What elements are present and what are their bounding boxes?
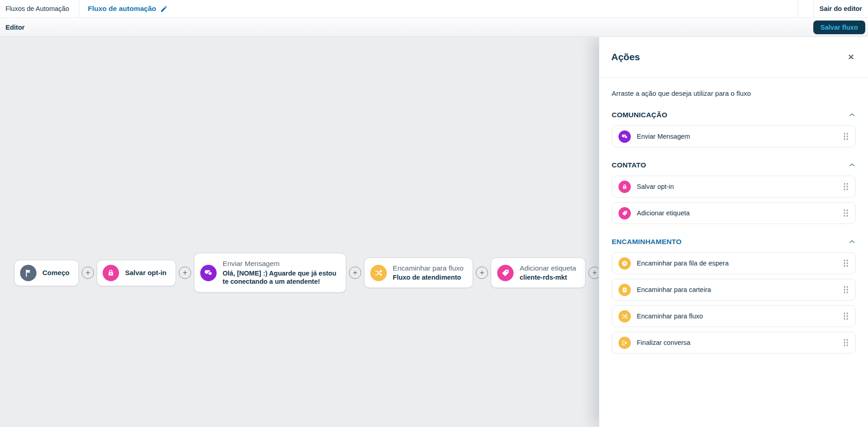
contact-card-icon	[619, 284, 631, 296]
action-item-encaminhar-fila-espera[interactable]: Encaminhar para fila de espera	[612, 252, 856, 274]
action-item-label: Adicionar etiqueta	[637, 209, 844, 217]
automation-flow-editor: Fluxos de Automação Fluxo de automação S…	[0, 0, 868, 427]
close-icon[interactable]: ✕	[848, 52, 854, 62]
flow-title-label: Fluxo de automação	[88, 5, 156, 13]
node-title: Adicionar etiqueta	[520, 265, 576, 273]
panel-section-contato: CONTATOSalvar opt-inAdicionar etiqueta	[612, 161, 856, 224]
breadcrumb-flows[interactable]: Fluxos de Automação	[0, 0, 79, 17]
action-item-enviar-mensagem[interactable]: Enviar Mensagem	[612, 125, 856, 147]
node-title: Começo	[42, 269, 69, 277]
action-item-label: Encaminhar para fila de espera	[637, 260, 844, 267]
chat-icon	[200, 265, 217, 281]
action-item-label: Salvar opt-in	[637, 183, 844, 190]
panel-section-comunicacao: COMUNICAÇÃOEnviar Mensagem	[612, 111, 856, 147]
action-item-encaminhar-carteira[interactable]: Encaminhar para carteira	[612, 279, 856, 301]
action-item-salvar-opt-in[interactable]: Salvar opt-in	[612, 176, 856, 198]
panel-header: Ações ✕	[599, 37, 868, 78]
tag-icon	[619, 207, 631, 219]
node-title: Encaminhar para fluxo	[393, 265, 463, 273]
action-sections: COMUNICAÇÃOEnviar MensagemCONTATOSalvar …	[612, 111, 856, 354]
section-label: COMUNICAÇÃO	[612, 111, 667, 119]
shuffle-icon	[370, 265, 387, 281]
panel-hint: Arraste a ação que deseja utilizar para …	[612, 89, 856, 97]
drag-handle-icon[interactable]	[844, 183, 848, 190]
lock-icon	[103, 265, 119, 281]
flow-node-encaminhar-para-fluxo[interactable]: Encaminhar para fluxoFluxo de atendiment…	[364, 258, 473, 288]
clock-icon	[619, 257, 631, 270]
flow-node-enviar-mensagem[interactable]: Enviar MensagemOlá, [NOME] :) Aguarde qu…	[194, 253, 346, 292]
panel-section-encaminhamento: ENCAMINHAMENTOEncaminhar para fila de es…	[612, 238, 856, 354]
lock-icon	[619, 181, 631, 193]
add-node-button[interactable]: +	[82, 267, 94, 279]
exit-editor-button[interactable]: Sair do editor	[814, 0, 868, 17]
drag-handle-icon[interactable]	[844, 133, 848, 140]
action-item-label: Encaminhar para fluxo	[637, 312, 844, 320]
top-bar: Fluxos de Automação Fluxo de automação S…	[0, 0, 868, 18]
chevron-up-icon[interactable]	[848, 161, 856, 169]
drag-handle-icon[interactable]	[844, 339, 848, 346]
drag-handle-icon[interactable]	[844, 312, 848, 320]
action-item-adicionar-etiqueta[interactable]: Adicionar etiqueta	[612, 202, 856, 224]
section-items: Salvar opt-inAdicionar etiqueta	[612, 176, 856, 224]
flow-row: Começo+Salvar opt-in+Enviar MensagemOlá,…	[14, 253, 601, 292]
flow-node-adicionar-etiqueta[interactable]: Adicionar etiquetacliente-rds-mkt	[491, 258, 586, 288]
editor-title: Editor	[5, 24, 25, 31]
node-title: Salvar opt-in	[125, 269, 166, 277]
tag-icon	[497, 265, 514, 281]
drag-handle-icon[interactable]	[844, 209, 848, 217]
add-node-button[interactable]: +	[476, 267, 488, 279]
node-subtitle: Olá, [NOME] :) Aguarde que já estou te c…	[223, 269, 337, 286]
node-subtitle: Fluxo de atendimento	[393, 274, 463, 281]
shuffle-icon	[619, 310, 631, 323]
section-header-encaminhamento[interactable]: ENCAMINHAMENTO	[612, 238, 856, 246]
action-item-finalizar-conversa[interactable]: Finalizar conversa	[612, 332, 856, 354]
node-subtitle: cliente-rds-mkt	[520, 274, 576, 281]
section-label: ENCAMINHAMENTO	[612, 238, 681, 246]
section-header-contato[interactable]: CONTATO	[612, 161, 856, 169]
action-item-label: Encaminhar para carteira	[637, 286, 844, 293]
logout-icon	[619, 337, 631, 349]
action-item-encaminhar-fluxo[interactable]: Encaminhar para fluxo	[612, 305, 856, 327]
chat-icon	[619, 130, 631, 143]
flow-node-comeco[interactable]: Começo	[14, 260, 79, 286]
section-label: CONTATO	[612, 161, 646, 169]
chevron-up-icon[interactable]	[848, 238, 856, 245]
action-item-label: Finalizar conversa	[637, 339, 844, 346]
flow-title[interactable]: Fluxo de automação	[79, 0, 176, 17]
action-item-label: Enviar Mensagem	[637, 133, 844, 140]
add-node-button[interactable]: +	[179, 267, 191, 279]
chevron-up-icon[interactable]	[848, 111, 856, 119]
flow-node-salvar-opt-in[interactable]: Salvar opt-in	[97, 260, 176, 286]
editor-bar: Editor Salvar fluxo	[0, 18, 868, 37]
drag-handle-icon[interactable]	[844, 286, 848, 293]
add-node-button[interactable]: +	[349, 267, 361, 279]
section-header-comunicacao[interactable]: COMUNICAÇÃO	[612, 111, 856, 119]
section-items: Encaminhar para fila de esperaEncaminhar…	[612, 252, 856, 354]
node-title: Enviar Mensagem	[223, 260, 337, 268]
section-items: Enviar Mensagem	[612, 125, 856, 147]
actions-panel: Ações ✕ Arraste a ação que deseja utiliz…	[599, 37, 868, 427]
edit-pencil-icon[interactable]	[160, 5, 168, 13]
panel-body: Arraste a ação que deseja utilizar para …	[599, 78, 868, 363]
top-bar-spacer	[798, 0, 813, 17]
save-flow-button[interactable]: Salvar fluxo	[813, 21, 865, 34]
panel-title: Ações	[611, 52, 640, 62]
flag-icon	[20, 265, 36, 281]
drag-handle-icon[interactable]	[844, 260, 848, 267]
